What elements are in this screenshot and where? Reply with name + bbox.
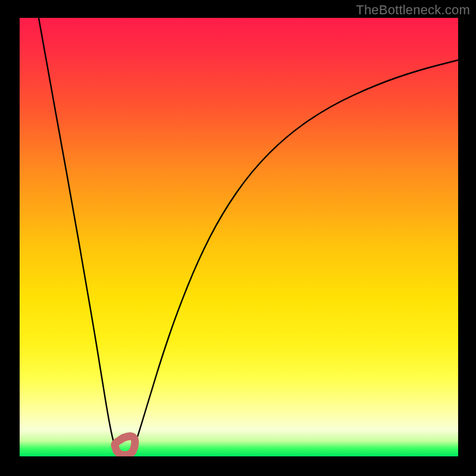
curve-right bbox=[131, 60, 458, 453]
attribution-text: TheBottleneck.com bbox=[356, 2, 470, 18]
dip-marker bbox=[115, 436, 135, 455]
chart-frame: TheBottleneck.com bbox=[0, 0, 476, 476]
curve-left bbox=[39, 18, 122, 454]
plot-area bbox=[20, 18, 458, 456]
curves-svg bbox=[20, 18, 458, 456]
